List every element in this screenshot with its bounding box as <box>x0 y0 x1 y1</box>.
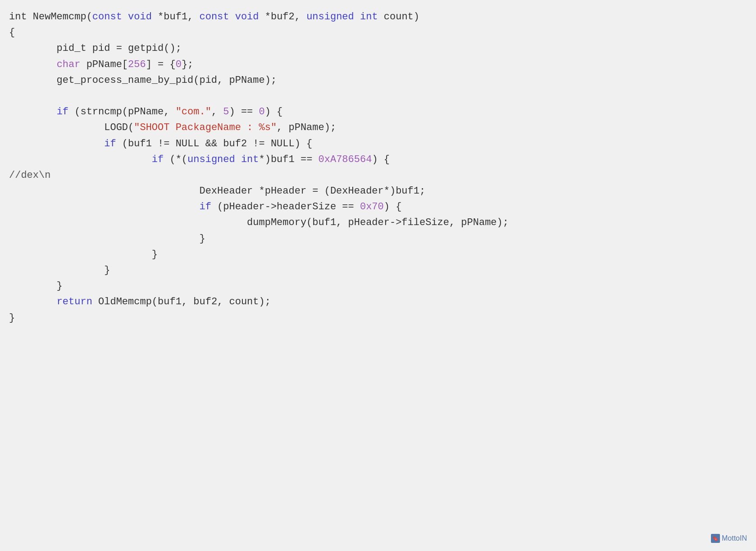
watermark-icon: 🔖 <box>711 534 720 543</box>
number-0: 0 <box>176 59 182 70</box>
keyword-return: return <box>57 296 92 307</box>
keyword-void1: void <box>128 11 152 23</box>
string-com: "com." <box>176 106 211 117</box>
comment-dex: //dex\n <box>9 170 50 181</box>
keyword-if2: if <box>104 138 116 149</box>
number-5: 5 <box>223 106 229 117</box>
number-256: 256 <box>128 59 146 70</box>
keyword-if3: if <box>152 154 164 165</box>
watermark-text: MottoIN <box>722 533 747 544</box>
hex-value2: 0x70 <box>360 201 384 212</box>
watermark: 🔖 MottoIN <box>711 533 747 544</box>
keyword-if4: if <box>199 201 211 212</box>
keyword-int: int <box>9 11 27 23</box>
keyword-const1: const <box>92 11 122 23</box>
keyword-unsigned2: unsigned <box>187 154 235 165</box>
string-shoot: "SHOOT PackageName : %s" <box>134 122 277 133</box>
number-0b: 0 <box>259 106 265 117</box>
code-display: int NewMemcmp(const void *buf1, const vo… <box>9 9 747 326</box>
keyword-char: char <box>57 59 81 70</box>
keyword-int2: int <box>360 11 378 23</box>
keyword-void2: void <box>235 11 259 23</box>
keyword-int3: int <box>241 154 259 165</box>
keyword-const2: const <box>200 11 229 23</box>
hex-value1: 0xA786564 <box>319 154 372 165</box>
keyword-if1: if <box>57 106 68 117</box>
keyword-unsigned1: unsigned <box>306 11 354 23</box>
